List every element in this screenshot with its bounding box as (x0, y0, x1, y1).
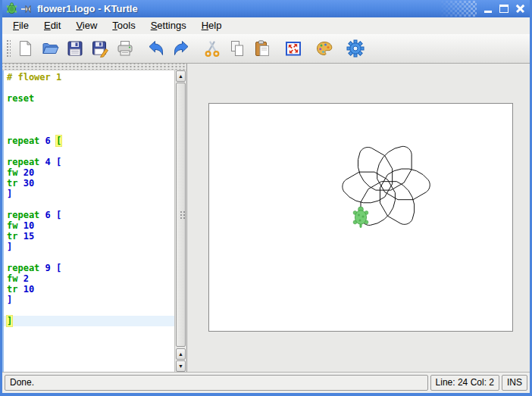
execute-button[interactable] (344, 37, 367, 60)
open-file-button[interactable] (39, 37, 61, 60)
code-area[interactable]: # flower 1 reset repeat 6 [ repeat 4 [fw… (4, 70, 174, 372)
pin-on-all-desktops-icon[interactable] (20, 3, 33, 15)
menu-settings[interactable]: Settings (143, 18, 194, 33)
cut-button[interactable] (201, 37, 224, 60)
code-line-7[interactable]: repeat 6 [ (7, 136, 174, 146)
code-line-4[interactable] (7, 104, 174, 114)
code-line-20[interactable]: fw 2 (7, 273, 174, 284)
code-line-2[interactable] (7, 83, 174, 93)
save-icon (66, 39, 84, 58)
undo-button[interactable] (145, 37, 167, 60)
input-mode-indicator: INS (502, 375, 527, 391)
main-area: # flower 1 reset repeat 6 [ repeat 4 [fw… (2, 64, 530, 372)
code-line-3[interactable]: reset (7, 93, 174, 104)
kturtle-window: flower1.logo - KTurtle FileEditViewTools… (0, 0, 532, 396)
status-message: Done. (5, 375, 428, 391)
color-picker-button[interactable] (313, 37, 336, 60)
code-line-13[interactable] (7, 199, 174, 210)
paste-button[interactable] (251, 37, 274, 60)
code-line-12[interactable]: ] (7, 189, 174, 199)
code-line-17[interactable]: ] (7, 242, 174, 252)
code-line-11[interactable]: tr 30 (7, 178, 174, 189)
code-line-9[interactable]: repeat 4 [ (7, 157, 174, 167)
code-line-1[interactable]: # flower 1 (7, 72, 174, 83)
code-line-5[interactable] (7, 114, 174, 125)
editor-drag-handle[interactable] (2, 64, 186, 70)
code-line-23[interactable] (7, 305, 174, 316)
menu-tools[interactable]: Tools (105, 18, 142, 33)
menu-help[interactable]: Help (194, 18, 230, 33)
paste-clipboard-icon (253, 39, 271, 58)
scroll-up-button[interactable]: ▲ (176, 70, 186, 82)
toolbar (2, 34, 530, 64)
fullscreen-button[interactable] (282, 37, 305, 60)
save-button[interactable] (64, 37, 86, 60)
redo-icon (172, 39, 190, 58)
code-line-10[interactable]: fw 20 (7, 167, 174, 178)
scroll-up-button-bottom[interactable]: ▲ (176, 348, 186, 360)
print-button[interactable] (114, 37, 136, 60)
cut-scissors-icon (203, 39, 221, 58)
print-icon (116, 39, 134, 58)
turtle-icon (5, 2, 18, 15)
code-line-19[interactable]: repeat 9 [ (7, 263, 174, 273)
copy-button[interactable] (226, 37, 249, 60)
gear-icon (346, 39, 365, 58)
turtle-drawing (209, 104, 512, 331)
new-file-button[interactable] (14, 37, 36, 60)
code-editor-pane: # flower 1 reset repeat 6 [ repeat 4 [fw… (2, 64, 187, 372)
menu-bar: FileEditViewToolsSettingsHelp (2, 17, 530, 34)
redo-button[interactable] (170, 37, 192, 60)
toolbar-drag-handle[interactable] (5, 39, 11, 58)
maximize-icon (499, 5, 509, 13)
scrollbar-grip (179, 210, 185, 220)
close-button[interactable] (513, 2, 527, 16)
window-title: flower1.logo - KTurtle (37, 3, 138, 14)
menu-file[interactable]: File (5, 18, 36, 33)
minimize-button[interactable] (481, 2, 496, 16)
code-line-18[interactable] (7, 252, 174, 263)
undo-icon (147, 39, 165, 58)
menu-edit[interactable]: Edit (36, 18, 68, 33)
scroll-down-button[interactable]: ▼ (176, 360, 186, 372)
fullscreen-icon (284, 39, 302, 58)
code-line-16[interactable]: tr 15 (7, 231, 174, 242)
editor-scrollbar[interactable]: ▲ ▲ ▼ (174, 70, 186, 372)
titlebar-pattern (439, 1, 477, 17)
minimize-icon (484, 11, 492, 13)
save-as-icon (91, 39, 109, 58)
code-line-21[interactable]: tr 10 (7, 284, 174, 295)
code-line-24[interactable]: ] (4, 316, 174, 326)
scrollbar-thumb[interactable] (176, 83, 186, 347)
code-line-6[interactable] (7, 125, 174, 136)
code-line-14[interactable]: repeat 6 [ (7, 210, 174, 220)
color-palette-icon (315, 39, 333, 58)
code-line-22[interactable]: ] (7, 295, 174, 305)
cursor-position: Line: 24 Col: 2 (430, 375, 499, 391)
turtle-canvas (208, 103, 513, 332)
menu-view[interactable]: View (68, 18, 105, 33)
maximize-button[interactable] (497, 2, 512, 16)
new-document-icon (16, 39, 34, 58)
titlebar: flower1.logo - KTurtle (2, 0, 530, 17)
copy-icon (228, 39, 246, 58)
code-line-8[interactable] (7, 146, 174, 157)
save-as-button[interactable] (89, 37, 111, 60)
code-line-15[interactable]: fw 10 (7, 220, 174, 231)
open-folder-icon (41, 39, 59, 58)
status-bar: Done. Line: 24 Col: 2 INS (2, 372, 530, 393)
